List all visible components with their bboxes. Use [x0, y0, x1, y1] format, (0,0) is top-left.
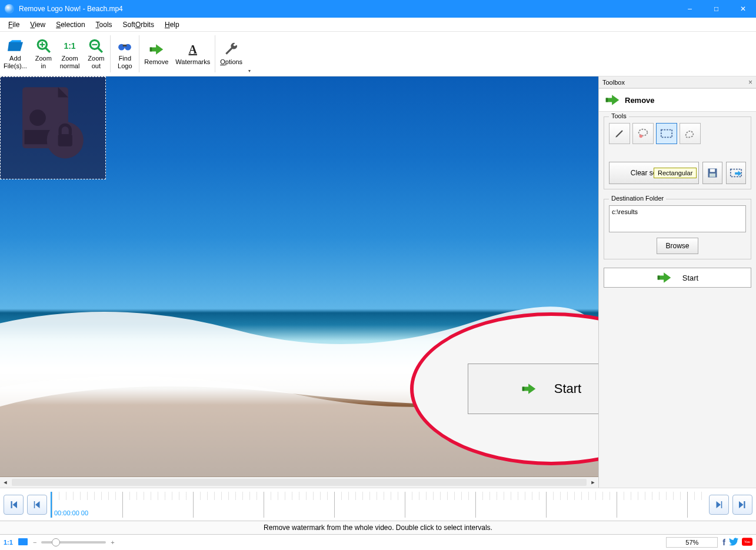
tools-groupbox: Tools Rectangular Clear selection [604, 116, 751, 189]
start-button[interactable]: Start [604, 268, 751, 288]
destination-legend: Destination Folder [609, 195, 666, 202]
maximize-button[interactable]: □ [703, 0, 730, 18]
zoom-out-label: Zoom out [88, 55, 104, 69]
menu-view[interactable]: View [25, 19, 50, 30]
watermark-overlay-icon [1, 77, 105, 179]
toolbox-panel: Toolbox × Remove Tools Rectangular Clear… [598, 76, 756, 488]
remove-label: Remove [144, 58, 168, 65]
goto-start-button[interactable] [4, 495, 24, 515]
save-selection-button[interactable] [702, 162, 722, 184]
lasso-tool[interactable] [632, 123, 654, 144]
close-button[interactable]: ✕ [730, 0, 756, 18]
timeline: 00:00:00 00 [0, 488, 756, 521]
rectangular-tool[interactable] [656, 123, 677, 144]
status-ratio: 1:1 [4, 539, 13, 546]
toolbox-header: Toolbox × [599, 76, 756, 88]
menu-help[interactable]: Help [160, 19, 184, 30]
svg-rect-20 [710, 169, 715, 172]
arrow-right-icon [605, 94, 620, 106]
title-bar: Remove Logo Now! - Beach.mp4 – □ ✕ [0, 0, 756, 18]
toolbar-separator [215, 35, 215, 72]
browse-button[interactable]: Browse [657, 238, 698, 254]
svg-point-16 [639, 129, 648, 136]
svg-text:You: You [744, 540, 750, 544]
scroll-left-arrow[interactable]: ◄ [0, 477, 11, 488]
zoom-in-button[interactable]: Zoom in [31, 32, 56, 76]
find-logo-label: Find Logo [118, 55, 132, 69]
zoom-out-icon [88, 38, 104, 54]
svg-rect-15 [58, 134, 72, 146]
scroll-right-arrow[interactable]: ► [588, 477, 598, 488]
window-title: Remove Logo Now! - Beach.mp4 [19, 5, 677, 13]
fit-screen-icon[interactable] [18, 538, 28, 547]
toolbox-close-icon[interactable]: × [748, 78, 752, 86]
start-button-callout[interactable]: Start [468, 364, 599, 414]
status-bar: 1:1 − + 57% f You [0, 535, 756, 550]
zoom-normal-button[interactable]: 1:1 Zoom normal [56, 32, 84, 76]
svg-rect-18 [661, 130, 672, 138]
watermarks-button[interactable]: A Watermarks [172, 32, 214, 76]
next-frame-button[interactable] [709, 495, 729, 515]
timeline-ruler[interactable]: 00:00:00 00 [51, 492, 705, 518]
remove-mode-label: Remove [625, 96, 655, 105]
svg-rect-21 [710, 174, 715, 177]
toolbar-separator [110, 35, 111, 72]
tool-icons-row [609, 123, 746, 144]
zoom-out-button[interactable]: Zoom out [83, 32, 109, 76]
zoom-normal-label: Zoom normal [60, 55, 80, 69]
svg-rect-25 [18, 538, 28, 545]
wrench-icon [224, 42, 239, 57]
zoom-in-icon [36, 38, 51, 54]
video-canvas[interactable]: Start [0, 76, 598, 477]
options-label: Options [220, 58, 242, 65]
watermarks-label: Watermarks [175, 58, 210, 65]
timeline-time: 00:00:00 00 [54, 509, 88, 516]
svg-rect-24 [721, 501, 722, 508]
svg-rect-23 [34, 501, 35, 508]
remove-button[interactable]: Remove [141, 32, 172, 76]
prev-frame-button[interactable] [27, 495, 47, 515]
svg-rect-13 [25, 130, 51, 144]
zoom-slider[interactable] [41, 541, 106, 544]
toolbar-overflow[interactable]: ▾ [246, 32, 253, 76]
menu-tools[interactable]: Tools [91, 19, 117, 30]
freeform-tool[interactable] [680, 123, 701, 144]
add-files-icon [8, 38, 23, 54]
horizontal-scrollbar[interactable]: ◄ ► [0, 477, 598, 488]
facebook-icon[interactable]: f [722, 538, 725, 547]
add-files-button[interactable]: Add File(s)... [0, 32, 31, 76]
minimize-button[interactable]: – [677, 0, 703, 18]
find-logo-button[interactable]: Find Logo [112, 32, 138, 76]
options-button[interactable]: Options [217, 32, 246, 76]
twitter-icon[interactable] [729, 538, 738, 547]
selection-rectangle[interactable] [0, 76, 106, 179]
svg-point-17 [640, 135, 643, 138]
add-files-label: Add File(s)... [4, 55, 27, 69]
watermarks-icon: A [185, 42, 201, 57]
toolbox-title: Toolbox [602, 79, 625, 86]
tooltip-rectangular: Rectangular [654, 168, 697, 178]
menu-file[interactable]: File [4, 19, 24, 30]
scroll-track[interactable] [12, 479, 587, 486]
start-button-label: Start [682, 274, 698, 282]
marker-tool[interactable] [609, 123, 630, 144]
toolbar-separator [139, 35, 139, 72]
svg-point-12 [29, 109, 46, 126]
svg-line-5 [98, 48, 103, 53]
youtube-icon[interactable]: You [742, 538, 752, 547]
menu-selection[interactable]: Selection [51, 19, 89, 30]
start-button-callout-label: Start [554, 381, 581, 396]
menu-softorbits[interactable]: SoftOrbits [118, 19, 159, 30]
arrow-right-icon [521, 382, 537, 395]
svg-rect-9 [123, 45, 127, 46]
app-icon [5, 4, 14, 14]
load-selection-button[interactable] [726, 162, 746, 184]
destination-folder-input[interactable] [609, 205, 746, 232]
goto-end-button[interactable] [732, 495, 752, 515]
tools-legend: Tools [609, 112, 629, 119]
social-links: f You [722, 538, 752, 547]
work-area: Start ◄ ► Toolbox × Remove Tools [0, 76, 756, 488]
canvas-column: Start ◄ ► [0, 76, 598, 488]
toolbar: Add File(s)... Zoom in 1:1 Zoom normal Z… [0, 32, 756, 76]
remove-mode-row: Remove [599, 88, 756, 112]
